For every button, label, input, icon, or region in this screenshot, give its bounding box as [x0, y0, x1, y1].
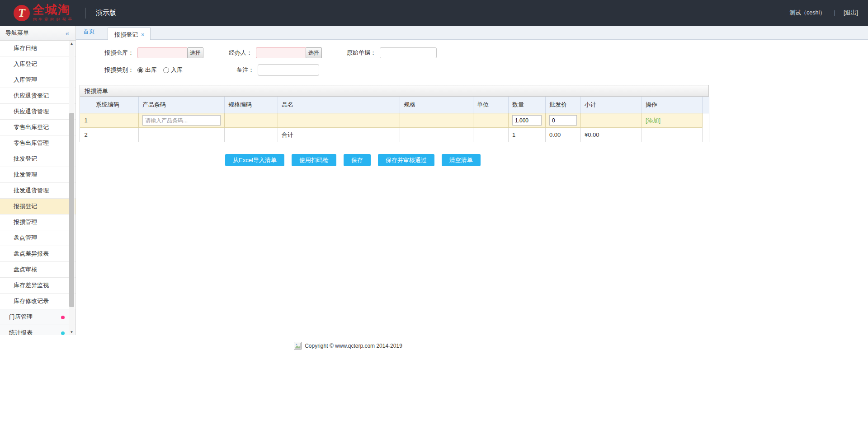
col-quantity: 数量	[509, 97, 546, 113]
version-label: 演示版	[96, 9, 116, 17]
add-row-link[interactable]: [添加]	[646, 117, 660, 124]
scrollbar-gutter	[703, 128, 709, 142]
loss-register-form: 报损仓库： 选择 经办人： 选择 原始单据： 报损类别：	[76, 40, 868, 85]
cell-product-name	[278, 113, 400, 128]
tab-bar: 首页 报损登记×	[76, 26, 868, 40]
sidebar-item-loss-register[interactable]: 报损登记	[0, 199, 75, 214]
sidebar-item-inventory-diff-monitor[interactable]: 库存差异监视	[0, 278, 75, 294]
cell-quantity	[509, 113, 546, 128]
col-wholesale-price: 批发价	[546, 97, 581, 113]
table-row-total: 2 合计 1 0.00 ¥0.00	[80, 128, 709, 142]
import-excel-button[interactable]: 从Excel导入清单	[225, 154, 284, 166]
scroll-up-icon[interactable]: ▲	[69, 41, 75, 47]
sidebar-collapse-icon[interactable]: «	[66, 29, 69, 37]
radio-outbound[interactable]: 出库	[137, 66, 157, 74]
loss-type-label: 报损类别：	[80, 66, 134, 74]
sidebar-item-stocktake-manage[interactable]: 盘点管理	[0, 230, 75, 246]
col-product-barcode: 产品条码	[139, 97, 225, 113]
table-row-entry: 1 [添加]	[80, 113, 709, 128]
radio-outbound-label: 出库	[145, 66, 157, 74]
cell-product-barcode	[139, 128, 225, 142]
radio-inbound-label: 入库	[171, 66, 183, 74]
sidebar-item-retail-outbound-register[interactable]: 零售出库登记	[0, 120, 75, 135]
warehouse-field[interactable]	[137, 47, 187, 58]
sidebar-section-label: 门店管理	[9, 313, 33, 320]
col-system-code: 系统编码	[92, 97, 139, 113]
col-unit: 单位	[473, 97, 509, 113]
logout-link[interactable]: [退出]	[844, 9, 858, 17]
cell-spec-code	[225, 113, 278, 128]
scrollbar-gutter	[703, 113, 709, 128]
brand-logo-icon: T	[14, 5, 30, 21]
cell-action	[642, 128, 703, 142]
header-right-divider: ｜	[832, 9, 837, 17]
clear-list-button[interactable]: 清空清单	[442, 154, 481, 166]
sidebar-item-retail-outbound-manage[interactable]: 零售出库管理	[0, 135, 75, 151]
cell-unit	[473, 113, 509, 128]
cell-subtotal	[581, 113, 642, 128]
save-button[interactable]: 保存	[344, 154, 371, 166]
sidebar-item-supplier-return-register[interactable]: 供应退货登记	[0, 88, 75, 104]
remark-label: 备注：	[216, 66, 254, 74]
sidebar-item-inbound-manage[interactable]: 入库管理	[0, 72, 75, 88]
sidebar-item-inbound-register[interactable]: 入库登记	[0, 56, 75, 72]
quantity-input[interactable]	[512, 115, 542, 126]
radio-outbound-input[interactable]	[137, 67, 143, 73]
warehouse-select-button[interactable]: 选择	[187, 47, 203, 58]
sidebar-item-stocktake-audit[interactable]: 盘点审核	[0, 262, 75, 278]
cell-system-code	[92, 128, 139, 142]
sidebar-section-label: 统计报表	[9, 329, 33, 335]
col-spec-code: 规格编码	[225, 97, 278, 113]
copyright-text: Copyright © www.qcterp.com 2014-2019	[305, 343, 402, 349]
sidebar-section-store-manage[interactable]: 门店管理	[0, 309, 75, 325]
tab-home[interactable]: 首页	[76, 28, 101, 39]
sidebar-item-inventory-daily[interactable]: 库存日结	[0, 41, 75, 56]
sidebar-item-supplier-return-manage[interactable]: 供应退货管理	[0, 104, 75, 120]
sidebar: 导航菜单 « 库存日结 入库登记 入库管理 供应退货登记 供应退货管理 零售出库…	[0, 26, 76, 335]
agent-select-button[interactable]: 选择	[306, 47, 322, 58]
scanner-button[interactable]: 使用扫码枪	[292, 154, 336, 166]
tab-close-icon[interactable]: ×	[141, 31, 145, 38]
loss-items-table: 系统编码 产品条码 规格编码 品名 规格 单位 数量 批发价 小计 操作 1	[80, 97, 709, 142]
loss-list-panel-title: 报损清单	[80, 85, 709, 97]
broken-image-icon	[294, 342, 302, 350]
sidebar-item-wholesale-return-manage[interactable]: 批发退货管理	[0, 183, 75, 199]
header-divider	[85, 8, 86, 19]
sidebar-header: 导航菜单 «	[0, 26, 75, 41]
sidebar-item-loss-manage[interactable]: 报损管理	[0, 214, 75, 230]
sidebar-item-wholesale-register[interactable]: 批发登记	[0, 151, 75, 167]
remark-field[interactable]	[258, 64, 319, 76]
scroll-down-icon[interactable]: ▼	[69, 329, 75, 335]
pink-dot-icon	[61, 316, 65, 319]
radio-inbound-input[interactable]	[163, 67, 169, 73]
sidebar-item-wholesale-manage[interactable]: 批发管理	[0, 167, 75, 183]
agent-label: 经办人：	[214, 49, 252, 57]
tab-loss-register[interactable]: 报损登记×	[108, 28, 151, 40]
original-doc-field[interactable]	[380, 47, 437, 58]
barcode-input[interactable]	[142, 115, 221, 126]
save-and-approve-button[interactable]: 保存并审核通过	[378, 154, 434, 166]
original-doc-label: 原始单据：	[333, 49, 376, 57]
sidebar-scrollbar[interactable]: ▲ ▼	[69, 41, 75, 335]
page-footer: Copyright © www.qcterp.com 2014-2019	[0, 335, 696, 350]
sidebar-title: 导航菜单	[5, 29, 29, 37]
cell-spec	[400, 113, 473, 128]
price-input[interactable]	[549, 115, 577, 126]
table-header-row: 系统编码 产品条码 规格编码 品名 规格 单位 数量 批发价 小计 操作	[80, 97, 709, 113]
cell-wholesale-price	[546, 113, 581, 128]
sidebar-section-stats-report[interactable]: 统计报表	[0, 325, 75, 335]
tab-label: 报损登记	[114, 31, 138, 38]
cell-total-price: 0.00	[546, 128, 581, 142]
col-action: 操作	[642, 97, 703, 113]
sidebar-item-inventory-modify-log[interactable]: 库存修改记录	[0, 294, 75, 309]
agent-field[interactable]	[256, 47, 306, 58]
current-user-label: 测试（ceshi）	[790, 9, 826, 17]
cell-spec	[400, 128, 473, 142]
radio-inbound[interactable]: 入库	[163, 66, 183, 74]
warehouse-label: 报损仓库：	[80, 49, 134, 57]
scrollbar-thumb[interactable]	[69, 113, 74, 307]
cell-total-quantity: 1	[509, 128, 546, 142]
cell-product-barcode	[139, 113, 225, 128]
sidebar-item-stocktake-diff-report[interactable]: 盘点差异报表	[0, 246, 75, 262]
col-product-name: 品名	[278, 97, 400, 113]
